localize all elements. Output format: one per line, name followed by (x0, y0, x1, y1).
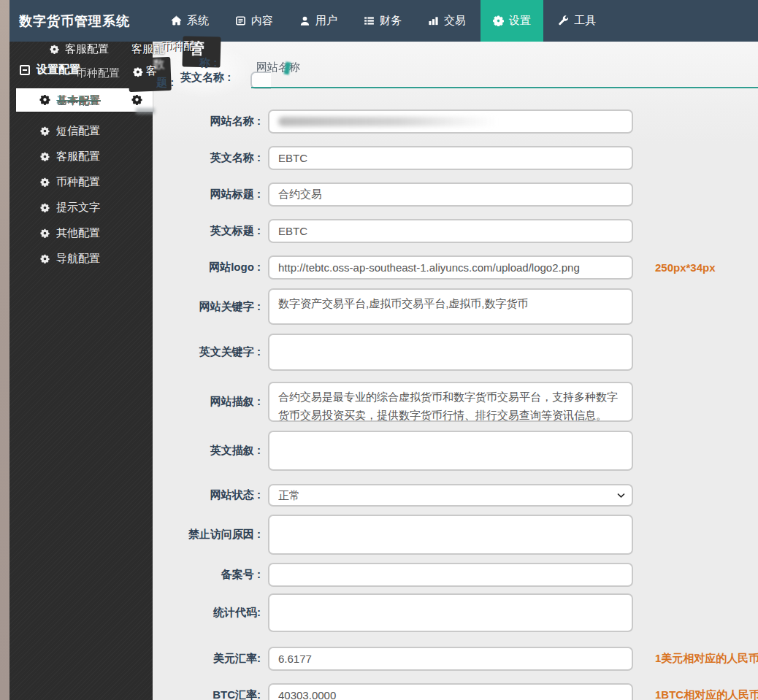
user-icon (299, 15, 310, 26)
form-row-site-logo: 网站logo : 250px*34px (153, 255, 758, 280)
top-nav-bar: 数字货币管理系统 系统 内容 用户 财务 交易 设置 工具 (9, 0, 758, 42)
gear-icon-ghost (131, 94, 142, 105)
english-description-label: 英文描叙 : (153, 444, 261, 458)
english-description-textarea[interactable] (268, 431, 633, 471)
wrench-icon (558, 15, 569, 26)
list-icon (364, 15, 375, 26)
menu-label: 工具 (574, 14, 596, 28)
site-keywords-textarea[interactable] (268, 288, 633, 325)
desktop-edge-strip (0, 0, 9, 700)
sidebar-item-label: 导航配置 (56, 252, 100, 266)
menu-item-finance[interactable]: 财务 (352, 0, 413, 42)
form-row-forbidden-reason: 禁止访问原因 : (153, 515, 758, 555)
site-description-label: 网站描叙 : (153, 395, 261, 409)
gear-icon (40, 152, 50, 161)
forbidden-reason-textarea[interactable] (268, 515, 633, 555)
form-row-site-status: 网站状态 : 正常 (153, 484, 758, 507)
form-row-site-description: 网站描叙 : (153, 382, 758, 422)
site-keywords-label: 网站关键字 : (153, 300, 261, 314)
gear-icon (40, 254, 50, 264)
icp-number-input[interactable] (268, 563, 633, 587)
menu-label: 用户 (315, 14, 337, 28)
gear-icon (39, 94, 50, 105)
site-name-label: 网站名称 : (153, 115, 261, 128)
btc-rate-hint: 1BTC相对应的人民币数量 (655, 688, 758, 700)
menu-item-trade[interactable]: 交易 (416, 0, 478, 42)
site-logo-label: 网站logo : (153, 261, 261, 274)
sidebar-item-other-config[interactable]: 其他配置 (9, 220, 153, 246)
english-keywords-label: 英文关键字 : (153, 345, 261, 359)
form-row-english-keywords: 英文关键字 : (153, 334, 758, 371)
english-name-input[interactable] (268, 146, 633, 170)
form-row-stats-code: 统计代码: (153, 593, 758, 632)
sidebar-item-basic-config-selected[interactable]: 基本配置 (16, 88, 153, 112)
english-title-input[interactable] (268, 219, 633, 243)
site-status-label: 网站状态 : (153, 488, 261, 502)
form-row-icp-number: 备案号 : (153, 563, 758, 587)
sidebar-item-label: 提示文字 (56, 201, 100, 215)
stats-code-label: 统计代码: (153, 606, 261, 620)
logo-size-hint: 250px*34px (655, 261, 716, 274)
basic-settings-form: 网站名称 : 英文名称 : 网站标题 : 英文标题 : 网站logo : 250… (153, 42, 758, 700)
form-row-usd-rate: 美元汇率: 1美元相对应的人民币数量 (153, 647, 758, 671)
sidebar: 设置配置 基本配置 短信配置 客服配置 币种配置 提示文字 其他配置 导 (9, 42, 153, 700)
gear-icon (493, 15, 504, 26)
english-title-label: 英文标题 : (153, 224, 261, 238)
form-row-site-title: 网站标题 : (153, 182, 758, 207)
usd-rate-input[interactable] (268, 647, 633, 671)
form-row-english-title: 英文标题 : (153, 219, 758, 243)
menu-item-user[interactable]: 用户 (288, 0, 349, 42)
menu-item-content[interactable]: 内容 (223, 0, 285, 42)
sidebar-item-currency-config[interactable]: 币种配置 (9, 169, 153, 195)
sidebar-item-label: 币种配置 (56, 175, 100, 189)
menu-label: 财务 (380, 14, 402, 28)
usd-rate-hint: 1美元相对应的人民币数量 (655, 652, 758, 666)
icp-number-label: 备案号 : (153, 568, 261, 582)
sidebar-item-label: 短信配置 (56, 124, 100, 138)
english-keywords-textarea[interactable] (268, 334, 633, 371)
site-status-select[interactable]: 正常 (268, 484, 633, 507)
app-title: 数字货币管理系统 (9, 0, 158, 42)
sidebar-item-sms-config[interactable]: 短信配置 (9, 118, 153, 144)
menu-label: 交易 (444, 14, 466, 28)
form-row-btc-rate: BTC汇率: 1BTC相对应的人民币数量 (153, 683, 758, 700)
sidebar-group-settings-config[interactable]: 设置配置 (20, 63, 80, 77)
sidebar-item-label: 其他配置 (56, 226, 100, 240)
btc-rate-input[interactable] (268, 683, 633, 700)
form-row-site-keywords: 网站关键字 : (153, 288, 758, 325)
glitch-smear (136, 108, 155, 114)
gear-icon (40, 126, 50, 136)
menu-item-tools[interactable]: 工具 (546, 0, 608, 42)
usd-rate-label: 美元汇率: (153, 652, 261, 666)
sidebar-group-label: 设置配置 (37, 63, 80, 77)
forbidden-reason-label: 禁止访问原因 : (153, 528, 261, 542)
menu-item-system[interactable]: 系统 (159, 0, 221, 42)
sidebar-item-list: 短信配置 客服配置 币种配置 提示文字 其他配置 导航配置 (9, 118, 153, 272)
sidebar-item-label: 客服配置 (56, 150, 100, 164)
sidebar-item-hint-text[interactable]: 提示文字 (9, 195, 153, 220)
document-icon (235, 15, 246, 26)
home-icon (171, 15, 182, 26)
form-row-site-name: 网站名称 : (153, 109, 758, 134)
site-description-textarea[interactable] (268, 382, 633, 422)
menu-label: 设置 (509, 14, 531, 28)
form-row-english-name: 英文名称 : (153, 146, 758, 170)
btc-rate-label: BTC汇率: (153, 688, 261, 700)
stats-code-textarea[interactable] (268, 593, 633, 632)
site-name-input[interactable] (268, 109, 633, 134)
menu-item-settings-active[interactable]: 设置 (481, 0, 543, 42)
menu-label: 内容 (251, 14, 273, 28)
sidebar-item-customer-service-config[interactable]: 客服配置 (9, 144, 153, 169)
site-title-input[interactable] (268, 182, 633, 207)
site-logo-input[interactable] (268, 255, 633, 280)
bar-chart-icon (428, 15, 439, 26)
sidebar-item-nav-config[interactable]: 导航配置 (9, 246, 153, 272)
collapse-minus-icon[interactable] (20, 65, 30, 75)
menu-label: 系统 (187, 14, 209, 28)
main-content: 网站名称 : 英文名称 : 网站标题 : 英文标题 : 网站logo : 250… (153, 42, 758, 700)
gear-icon (40, 203, 50, 212)
main-menu: 系统 内容 用户 财务 交易 设置 工具 (158, 0, 609, 42)
site-title-label: 网站标题 : (153, 188, 261, 201)
english-name-label: 英文名称 : (153, 151, 261, 165)
gear-icon (40, 228, 50, 238)
